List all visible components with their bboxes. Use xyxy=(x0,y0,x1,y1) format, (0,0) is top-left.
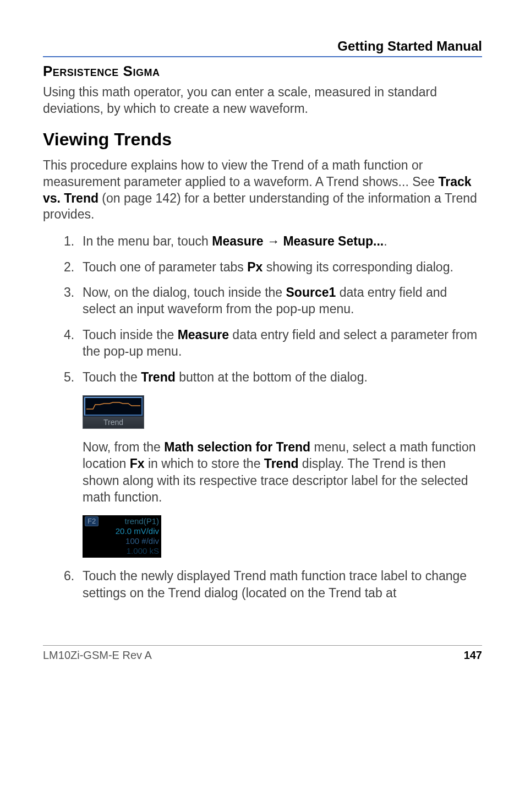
trend-button-label: Trend xyxy=(83,417,144,428)
trend-chart-icon xyxy=(84,397,143,416)
paragraph: Using this math operator, you can enter … xyxy=(43,84,482,117)
text: In the menu bar, touch xyxy=(83,234,212,248)
trace-descriptor-image: F2 trend(P1) 20.0 mV/div 100 #/div 1.000… xyxy=(83,515,161,558)
list-item: Touch the newly displayed Trend math fun… xyxy=(64,568,482,601)
list-item: Now, on the dialog, touch inside the Sou… xyxy=(64,284,482,318)
text: in which to store the xyxy=(145,456,264,471)
page-footer: LM10Zi-GSM-E Rev A 147 xyxy=(43,645,482,662)
figure-trend-button: Trend xyxy=(83,395,482,429)
list-item: Touch the Trend button at the bottom of … xyxy=(64,369,482,385)
text: Now, from the xyxy=(83,440,164,454)
paragraph: This procedure explains how to view the … xyxy=(43,157,482,224)
text-bold: Measure → Measure Setup... xyxy=(212,234,384,248)
page-header: Getting Started Manual xyxy=(43,39,482,57)
text-bold: Trend xyxy=(141,370,176,384)
text: Now, on the dialog, touch inside the xyxy=(83,285,286,299)
trace-line: 20.0 mV/div xyxy=(85,526,159,536)
list-item: Touch one of parameter tabs Px showing i… xyxy=(64,259,482,275)
ordered-list-continued: Touch the newly displayed Trend math fun… xyxy=(43,568,482,601)
page-number: 147 xyxy=(464,649,482,662)
list-item: In the menu bar, touch Measure → Measure… xyxy=(64,233,482,249)
text: This procedure explains how to view the … xyxy=(43,158,438,189)
footer-left: LM10Zi-GSM-E Rev A xyxy=(43,649,152,662)
trend-button-image: Trend xyxy=(83,395,144,429)
section-heading-persistence-sigma: Persistence Sigma xyxy=(43,63,482,80)
list-item: Touch inside the Measure data entry fiel… xyxy=(64,326,482,360)
text: Touch one of parameter tabs xyxy=(83,260,247,274)
trace-line: 100 #/div xyxy=(85,536,159,546)
trace-function-name: trend(P1) xyxy=(99,516,159,526)
text: Touch the xyxy=(83,370,141,384)
trace-line: 1.000 kS xyxy=(85,546,159,556)
text-bold: Trend xyxy=(264,456,299,471)
text: showing its corresponding dialog. xyxy=(262,260,453,274)
paragraph: Now, from the Math selection for Trend m… xyxy=(83,439,482,505)
text-bold: Measure xyxy=(178,328,229,342)
text-bold: Math selection for Trend xyxy=(164,440,310,454)
page-content: Getting Started Manual Persistence Sigma… xyxy=(0,0,525,684)
text: . xyxy=(384,234,387,248)
text-bold: Px xyxy=(247,260,262,274)
trace-badge: F2 xyxy=(85,516,99,526)
text-bold: Source1 xyxy=(286,285,336,299)
text: button at the bottom of the dialog. xyxy=(176,370,368,384)
text: (on page 142) for a better understanding… xyxy=(43,191,477,222)
section-heading-viewing-trends: Viewing Trends xyxy=(43,129,482,150)
text: Touch inside the xyxy=(83,328,178,342)
text: Touch the newly displayed Trend math fun… xyxy=(83,569,467,600)
ordered-list: In the menu bar, touch Measure → Measure… xyxy=(43,233,482,385)
figure-trace-descriptor: F2 trend(P1) 20.0 mV/div 100 #/div 1.000… xyxy=(83,515,482,558)
text-bold: Fx xyxy=(130,456,145,471)
